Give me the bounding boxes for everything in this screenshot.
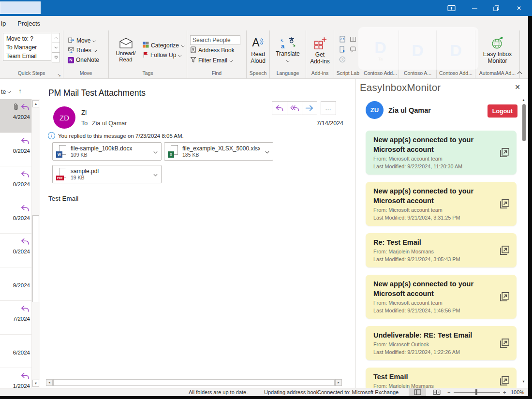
email-date: 4/2024 [13, 114, 30, 120]
email-list-item[interactable]: 0/2024 [0, 133, 31, 167]
group-label: Contoso Add... [362, 70, 399, 78]
get-add-ins-button[interactable]: Get Add-ins [310, 36, 330, 65]
contoso-addin-button[interactable]: D [412, 42, 424, 59]
email-notification-card[interactable]: Undeliverable: RE: Test Email From: Micr… [366, 326, 517, 360]
email-list-item[interactable]: 0/2024 [0, 166, 31, 200]
ribbon-display-options-icon[interactable] [445, 0, 458, 16]
email-list-item[interactable]: 6/2024 [0, 335, 31, 369]
scroll-right-icon[interactable]: ▸ [335, 379, 342, 386]
tab-projects[interactable]: Projects [11, 20, 47, 27]
move-button[interactable]: Move [68, 36, 96, 45]
scrollbar-thumb[interactable] [32, 215, 39, 302]
email-list-item[interactable]: 0/2024 [0, 200, 31, 234]
contoso-addin-button[interactable]: D Ta [374, 39, 386, 61]
email-list-item[interactable]: 7/2024 [0, 301, 31, 335]
sender-name[interactable]: Zi [81, 109, 87, 116]
zoom-slider-thumb[interactable] [475, 389, 477, 395]
sender-avatar[interactable]: ZD [53, 106, 75, 129]
translate-button[interactable]: a Translate [276, 37, 300, 64]
reply-all-button[interactable] [287, 101, 302, 115]
categorize-button[interactable]: Categorize [143, 41, 185, 50]
read-aloud-button[interactable]: A Read Aloud [251, 37, 266, 64]
quick-steps-more-icon[interactable] [52, 52, 60, 62]
tab-help[interactable]: lp [0, 20, 11, 27]
attachment-chip[interactable]: X file_example_XLSX_5000.xlsx 185 KB [164, 142, 273, 161]
email-list-scrollbar[interactable]: ▲ ▼ [31, 99, 40, 388]
script-lab-feedback-icon[interactable] [350, 46, 357, 55]
email-list-item[interactable]: 9/2024 [0, 267, 31, 301]
pane-scroll-up-icon[interactable]: ▲ [522, 98, 525, 102]
unread-read-button[interactable]: Unread/Read [112, 38, 139, 63]
script-lab-tutorial-icon[interactable] [350, 36, 357, 44]
open-email-icon[interactable] [499, 244, 511, 257]
reply-button[interactable] [272, 101, 287, 115]
to-name[interactable]: Zia ul Qamar [92, 120, 127, 127]
reading-pane-hscrollbar[interactable]: ◂ ▸ [46, 379, 342, 386]
email-list-item[interactable]: 4/2024 [0, 99, 31, 133]
restore-icon[interactable] [490, 0, 502, 16]
email-list-item[interactable]: 0/2024 [0, 234, 31, 267]
folders-status-text: All folders are up to date. [189, 388, 248, 396]
zoom-level[interactable]: 100% [511, 388, 524, 396]
pane-scrollbar-thumb[interactable] [522, 104, 526, 141]
quick-step-item[interactable]: To Manager [6, 43, 51, 52]
hscrollbar-thumb[interactable] [53, 379, 335, 386]
attachment-chip[interactable]: W file-sample_100kB.docx 109 KB [52, 142, 162, 161]
reading-mode-icon[interactable] [429, 388, 444, 396]
email-notification-card[interactable]: New app(s) connected to your Microsoft a… [366, 182, 517, 226]
script-lab-code-icon[interactable] [339, 36, 347, 44]
dialog-launcher-icon[interactable]: ↘ [57, 73, 61, 77]
email-notification-card[interactable]: New app(s) connected to your Microsoft a… [366, 275, 517, 319]
scroll-left-icon[interactable]: ◂ [46, 379, 53, 386]
open-email-icon[interactable] [499, 375, 511, 387]
reading-view-icon[interactable] [409, 388, 426, 396]
more-actions-button[interactable]: … [321, 101, 336, 115]
collapse-ribbon-icon[interactable] [517, 68, 522, 76]
sort-by-date-control[interactable]: te [1, 89, 11, 95]
minimize-icon[interactable] [468, 0, 481, 16]
close-window-icon[interactable]: ✕ [513, 0, 525, 16]
email-notification-card[interactable]: Re: Test Email From: Marjolein Mosmans L… [366, 233, 517, 267]
zoom-in-button[interactable]: + [503, 388, 506, 396]
quick-step-item[interactable]: Team Email [6, 52, 51, 60]
easy-inbox-monitor-button[interactable]: Easy Inbox Monitor [483, 36, 512, 64]
attachment-menu-icon[interactable] [151, 170, 158, 178]
open-email-icon[interactable] [499, 198, 511, 210]
quick-steps-scroll-down-icon[interactable] [52, 43, 60, 53]
group-label: Language [270, 70, 306, 78]
outlook-window: ✕ lp Projects Move to: ?To ManagerTeam E… [0, 0, 532, 399]
open-email-icon[interactable] [499, 337, 511, 350]
email-list-item[interactable]: 1/2024 [0, 368, 31, 388]
titlebar-search-box[interactable] [0, 1, 41, 14]
open-email-icon[interactable] [499, 291, 511, 303]
search-people-input[interactable] [190, 35, 240, 45]
contoso-addin-button[interactable]: D [450, 42, 462, 59]
follow-up-button[interactable]: Follow Up [143, 50, 185, 60]
open-email-icon[interactable] [499, 147, 511, 159]
attachment-menu-icon[interactable] [151, 147, 158, 156]
attachment-size: 19 KB [71, 175, 99, 180]
email-notification-card[interactable]: New app(s) connected to your Microsoft a… [366, 131, 517, 175]
quick-step-item[interactable]: Move to: ? [6, 34, 51, 43]
pane-scroll-down-icon[interactable]: ▼ [522, 380, 525, 383]
forward-button[interactable] [302, 101, 317, 115]
script-lab-run-icon[interactable] [339, 46, 347, 55]
ribbon-group-contoso-3: D Contoso Add... [437, 30, 475, 78]
zoom-out-button[interactable]: − [447, 388, 450, 396]
message-date: 7/14/2024 [316, 120, 343, 127]
attachment-menu-icon[interactable] [263, 147, 269, 156]
scroll-up-icon[interactable]: ▲ [32, 100, 39, 107]
script-lab-help-icon[interactable]: ? [339, 56, 347, 65]
email-notification-card[interactable]: Test Email From: Marjolein Mosmans [366, 368, 517, 388]
onenote-button[interactable]: N OneNote [68, 55, 99, 65]
scroll-down-icon[interactable]: ▼ [32, 380, 39, 387]
quick-steps-scroll-up-icon[interactable] [52, 33, 60, 43]
sort-direction-icon[interactable]: ↑ [18, 87, 22, 95]
attachment-chip[interactable]: PDF sample.pdf 19 KB [52, 165, 162, 183]
close-pane-icon[interactable]: ✕ [515, 83, 520, 91]
filter-email-button[interactable]: Filter Email [190, 56, 233, 65]
address-book-button[interactable]: Address Book [190, 45, 235, 55]
rules-button[interactable]: Rules [68, 45, 97, 55]
logout-button[interactable]: Logout [488, 104, 517, 118]
card-subject: Re: Test Email [373, 237, 495, 247]
